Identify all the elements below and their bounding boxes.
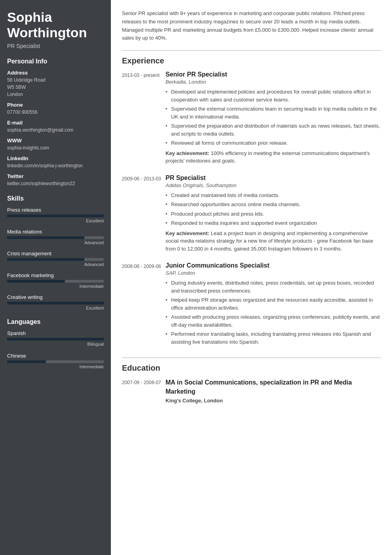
personal-info-heading: Personal Info <box>7 58 104 65</box>
education-heading: Education <box>122 364 381 373</box>
job-date: 2008-08 - 2009-06 <box>122 262 166 348</box>
twitter-value: twitter.com/sophieworthington22 <box>7 180 104 187</box>
bullet-item: Produced product pitches and press kits. <box>166 210 381 218</box>
skill-name: Crisis management <box>7 251 104 256</box>
skill-name: Creative writing <box>7 294 104 300</box>
key-achievement: Key achievement: 100% efficiency in meet… <box>166 149 381 165</box>
candidate-name: Sophia Worthington <box>7 10 104 40</box>
job-bullets: During industry events, distributed note… <box>166 279 381 346</box>
address-label: Address <box>7 70 104 76</box>
skill-bar <box>7 280 104 283</box>
language-bar-fill <box>7 360 46 363</box>
www-label: WWW <box>7 138 104 144</box>
job-bullets: Developed and implemented policies and p… <box>166 88 381 147</box>
language-name: Chinese <box>7 353 104 359</box>
language-bar-fill <box>7 338 104 341</box>
skills-list: Press releases Excellent Media relations… <box>7 207 104 310</box>
skill-name: Press releases <box>7 207 104 213</box>
bullet-item: Reviewed all forms of communication prio… <box>166 139 381 147</box>
experience-heading: Experience <box>122 56 381 65</box>
phone-value: 07700 900556 <box>7 109 104 116</box>
language-name: Spanish <box>7 330 104 336</box>
job-company: SAP, London <box>166 270 381 276</box>
bullet-item: Assisted with producing press releases, … <box>166 313 381 329</box>
job-date: 2009-06 - 2013-03 <box>122 174 166 253</box>
job-details: Senior PR Specialist Berkadia, London De… <box>166 71 381 165</box>
skill-bar-fill <box>7 258 84 261</box>
skill-level-label: Excellent <box>7 218 104 223</box>
bullet-item: Supervised the preparation and distribut… <box>166 122 381 138</box>
skill-item: Creative writing Excellent <box>7 294 104 310</box>
job-bullets: Created and maintained lists of media co… <box>166 191 381 227</box>
bullet-item: Developed and implemented policies and p… <box>166 88 381 103</box>
job-company: Adidas Originals, Southampton <box>166 182 381 188</box>
skill-level-label: Advanced <box>7 240 104 245</box>
skill-bar <box>7 214 104 217</box>
experience-block: 2009-06 - 2013-03 PR Specialist Adidas O… <box>122 174 381 253</box>
skill-item: Crisis management Advanced <box>7 251 104 267</box>
skill-bar-fill <box>7 302 104 304</box>
bullet-item: Supervised the external communications t… <box>166 105 381 121</box>
main-content: Senior PR specialist with 9+ years of ex… <box>111 0 392 555</box>
phone-label: Phone <box>7 102 104 108</box>
skill-item: Media relations Advanced <box>7 229 104 245</box>
skill-level-label: Intermediate <box>7 284 104 289</box>
language-level-label: Bilingual <box>7 342 104 346</box>
languages-list: Spanish Bilingual Chinese Intermediate <box>7 330 104 369</box>
skill-bar-fill <box>7 214 104 217</box>
twitter-label: Twitter <box>7 173 104 179</box>
experience-divider <box>122 50 381 51</box>
edu-details: MA in Social Communications, specializat… <box>166 378 381 404</box>
bullet-item: Helped keep PR storage areas organized a… <box>166 296 381 312</box>
job-company: Berkadia, London <box>166 79 381 85</box>
sidebar: Sophia Worthington PR Specialist Persona… <box>0 0 111 555</box>
skill-item: Facebook marketing Intermediate <box>7 272 104 289</box>
linkedin-value: linkedin.com/in/sophia-j-worthington <box>7 162 104 169</box>
skill-item: Press releases Excellent <box>7 207 104 223</box>
job-title: Junior Communications Specialist <box>166 262 381 269</box>
education-list: 2007-09 - 2008-07 MA in Social Communica… <box>122 378 381 404</box>
edu-degree: MA in Social Communications, specializat… <box>166 378 381 396</box>
skill-bar <box>7 258 104 261</box>
language-item: Spanish Bilingual <box>7 330 104 346</box>
bullet-item: Researched opportunities across online m… <box>166 201 381 209</box>
edu-date: 2007-09 - 2008-07 <box>122 378 166 404</box>
job-details: Junior Communications Specialist SAP, Lo… <box>166 262 381 348</box>
bullet-item: Responded to media inquiries and support… <box>166 219 381 227</box>
language-item: Chinese Intermediate <box>7 353 104 369</box>
email-value: sophia.worthington@gmail.com <box>7 126 104 134</box>
edu-school: King's College, London <box>166 398 381 404</box>
www-value: sophia-insights.com <box>7 144 104 151</box>
key-achievement: Key achievement: Lead a project team in … <box>166 230 381 253</box>
address-value: 56 Uxbridge Road W5 5BW London <box>7 77 104 98</box>
language-level-label: Intermediate <box>7 364 104 369</box>
job-date: 2013-03 - present <box>122 71 166 165</box>
experience-block: 2008-08 - 2009-06 Junior Communications … <box>122 262 381 348</box>
language-bar <box>7 360 104 363</box>
skill-bar-fill <box>7 236 84 239</box>
education-divider <box>122 358 381 358</box>
bullet-item: During industry events, distributed note… <box>166 279 381 295</box>
candidate-title: PR Specialist <box>7 43 104 49</box>
experience-block: 2013-03 - present Senior PR Specialist B… <box>122 71 381 165</box>
bullet-item: Performed minor translating tasks, inclu… <box>166 330 381 346</box>
skills-heading: Skills <box>7 195 104 202</box>
bullet-item: Created and maintained lists of media co… <box>166 191 381 199</box>
job-title: PR Specialist <box>166 174 381 182</box>
languages-heading: Languages <box>7 318 104 325</box>
skill-level-label: Advanced <box>7 262 104 267</box>
skill-bar <box>7 236 104 239</box>
skill-bar-fill <box>7 280 65 283</box>
education-block: 2007-09 - 2008-07 MA in Social Communica… <box>122 378 381 404</box>
job-title: Senior PR Specialist <box>166 71 381 78</box>
skill-level-label: Excellent <box>7 306 104 310</box>
skill-name: Facebook marketing <box>7 272 104 278</box>
skill-name: Media relations <box>7 229 104 235</box>
linkedin-label: LinkedIn <box>7 155 104 161</box>
skill-bar <box>7 302 104 304</box>
email-label: E-mail <box>7 120 104 126</box>
summary-text: Senior PR specialist with 9+ years of ex… <box>122 10 381 42</box>
jobs-list: 2013-03 - present Senior PR Specialist B… <box>122 71 381 348</box>
language-bar <box>7 338 104 341</box>
job-details: PR Specialist Adidas Originals, Southamp… <box>166 174 381 253</box>
